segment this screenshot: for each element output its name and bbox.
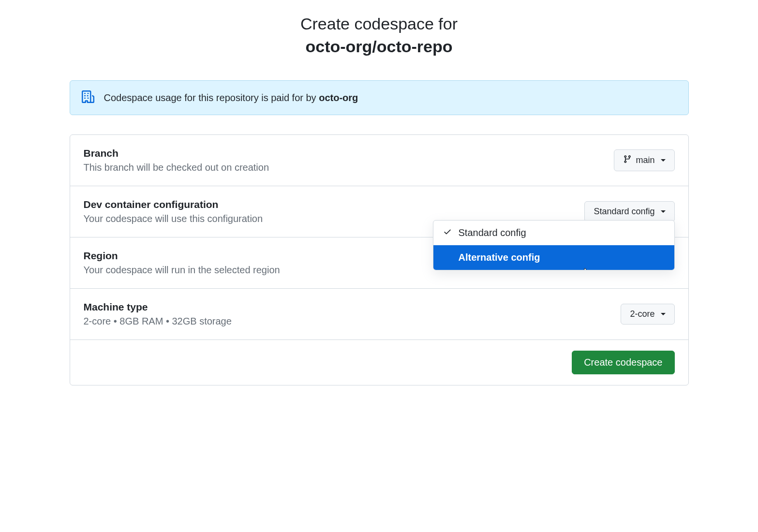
chevron-down-icon <box>661 159 666 162</box>
devcontainer-value: Standard config <box>594 207 654 217</box>
chevron-down-icon <box>661 210 666 213</box>
branch-desc: This branch will be checked out on creat… <box>84 162 614 173</box>
branch-select-button[interactable]: main <box>614 149 674 171</box>
machine-row: Machine type 2-core • 8GB RAM • 32GB sto… <box>70 289 688 340</box>
machine-desc: 2-core • 8GB RAM • 32GB storage <box>84 316 621 327</box>
branch-title: Branch <box>84 148 614 159</box>
billing-notice: Codespace usage for this repository is p… <box>70 80 689 115</box>
page-title: Create codespace for <box>70 15 689 33</box>
check-icon <box>443 227 453 238</box>
git-branch-icon <box>623 155 632 166</box>
chevron-down-icon <box>661 313 666 315</box>
dropdown-item-alternative[interactable]: Alternative config <box>433 245 674 270</box>
notice-text: Codespace usage for this repository is p… <box>104 92 358 103</box>
repo-name: octo-org/octo-repo <box>70 37 689 56</box>
machine-title: Machine type <box>84 301 621 313</box>
devcontainer-select-button[interactable]: Standard config <box>584 201 674 222</box>
branch-value: main <box>636 155 654 165</box>
devcontainer-row: Dev container configuration Your codespa… <box>70 186 688 237</box>
dropdown-item-standard[interactable]: Standard config <box>433 221 674 245</box>
organization-icon <box>82 90 94 105</box>
footer-row: Create codespace <box>70 340 688 385</box>
machine-select-button[interactable]: 2-core <box>621 304 674 325</box>
devcontainer-dropdown-menu: Standard config Alternative config <box>433 220 675 270</box>
devcontainer-title: Dev container configuration <box>84 199 585 210</box>
create-codespace-button[interactable]: Create codespace <box>572 351 674 374</box>
dropdown-item-label: Standard config <box>459 227 526 238</box>
page-header: Create codespace for octo-org/octo-repo <box>70 10 689 56</box>
dropdown-item-label: Alternative config <box>459 252 540 263</box>
branch-row: Branch This branch will be checked out o… <box>70 135 688 186</box>
settings-panel: Branch This branch will be checked out o… <box>70 134 689 385</box>
machine-value: 2-core <box>630 309 654 319</box>
